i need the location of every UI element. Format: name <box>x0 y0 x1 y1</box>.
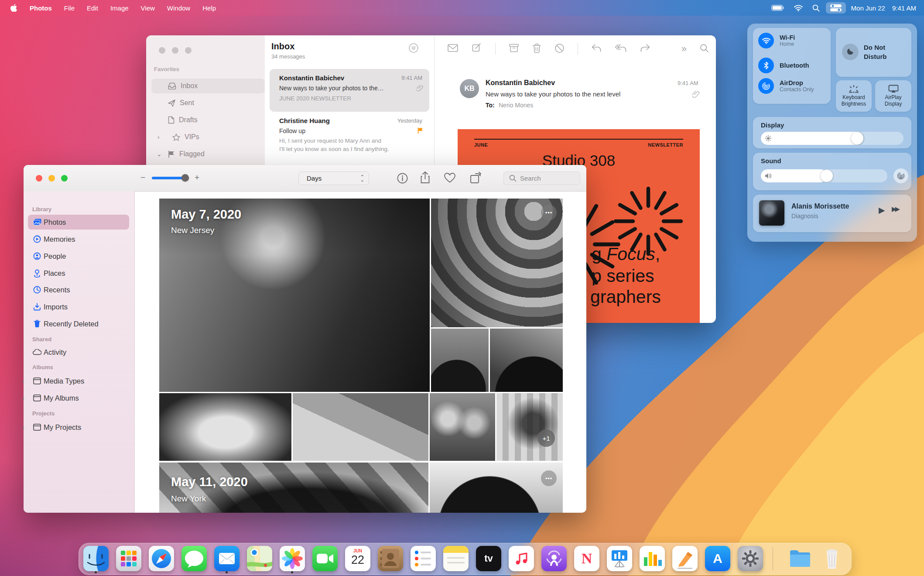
zoom-in-button[interactable]: + <box>195 173 199 182</box>
more-options-button[interactable]: ••• <box>541 205 557 220</box>
mail-sidebar-flagged[interactable]: ⌄ Flagged <box>151 147 265 161</box>
recipient[interactable]: Nerio Mones <box>499 102 533 109</box>
disclosure-chevron-icon[interactable]: › <box>20 394 26 402</box>
dock-icon-maps[interactable] <box>247 546 272 571</box>
dock-icon-finder[interactable] <box>83 546 109 571</box>
dock-icon-system-preferences[interactable] <box>738 546 763 571</box>
photo-tile[interactable]: +1 <box>496 393 563 461</box>
sidebar-item-imports[interactable]: Imports <box>28 299 129 314</box>
sidebar-item-media-types[interactable]: › Media Types <box>28 374 129 388</box>
mail-list-item[interactable]: Christine Huang Yesterday Follow up Hi, … <box>270 116 429 165</box>
photos-close-button[interactable] <box>36 175 42 182</box>
mail-list-item-selected[interactable]: Konstantin Babichev 9:41 AM New ways to … <box>270 69 429 112</box>
sidebar-item-photos[interactable]: Photos <box>28 215 129 230</box>
photos-search-field[interactable]: Search <box>503 171 580 185</box>
more-options-button[interactable]: ••• <box>541 470 557 486</box>
airplay-audio-button[interactable] <box>893 168 908 183</box>
vips-disclosure-icon[interactable]: › <box>157 134 160 141</box>
photo-tile[interactable]: ••• <box>431 199 563 327</box>
fast-forward-button[interactable]: ▶▶ <box>892 205 898 213</box>
photos-minimize-button[interactable] <box>48 175 55 182</box>
dock-icon-facetime[interactable] <box>312 546 338 571</box>
menu-file[interactable]: File <box>58 0 81 16</box>
sidebar-item-activity[interactable]: Activity <box>28 345 129 360</box>
overflow-badge[interactable]: +1 <box>537 429 555 447</box>
dock-icon-photos[interactable] <box>280 546 305 571</box>
dock-icon-messages[interactable] <box>181 546 207 571</box>
mail-sidebar-drafts[interactable]: Drafts <box>151 113 265 127</box>
disclosure-chevron-icon[interactable]: › <box>20 424 26 431</box>
menu-bar-time[interactable]: 9:41 AM <box>890 0 918 16</box>
mail-close-button[interactable] <box>159 47 165 54</box>
filter-icon[interactable] <box>408 42 419 55</box>
dock-icon-downloads-folder[interactable] <box>787 546 813 571</box>
reply-icon[interactable] <box>591 44 602 54</box>
mail-sidebar-sent[interactable]: Sent <box>151 96 265 110</box>
menu-edit[interactable]: Edit <box>81 0 104 16</box>
dock-icon-podcasts[interactable] <box>541 546 567 571</box>
sidebar-item-places[interactable]: Places <box>28 266 129 281</box>
dock-icon-music[interactable] <box>509 546 534 571</box>
photo-tile[interactable] <box>431 329 489 392</box>
bluetooth-toggle[interactable]: Bluetooth <box>758 58 809 73</box>
new-mailbox-icon[interactable] <box>447 43 459 55</box>
dock-icon-safari[interactable] <box>149 546 174 571</box>
slider-thumb[interactable] <box>181 174 189 182</box>
photo-tile[interactable] <box>293 393 428 461</box>
dock-icon-numbers[interactable] <box>640 546 665 571</box>
mail-minimize-button[interactable] <box>172 47 178 54</box>
trash-icon[interactable] <box>532 43 541 55</box>
info-icon[interactable] <box>397 172 408 186</box>
battery-icon[interactable] <box>768 0 788 16</box>
photo-tile[interactable] <box>430 393 495 461</box>
sidebar-item-people[interactable]: People <box>28 249 129 264</box>
photo-tile[interactable]: ••• <box>430 463 563 513</box>
sidebar-item-memories[interactable]: Memories <box>28 232 129 247</box>
mail-zoom-button[interactable] <box>185 47 192 54</box>
photo-tile[interactable]: May 11, 2020 New York <box>159 463 428 513</box>
mail-sidebar-inbox[interactable]: Inbox <box>151 79 265 93</box>
sidebar-item-my-projects[interactable]: › My Projects <box>28 420 129 435</box>
zoom-out-button[interactable]: − <box>140 173 145 182</box>
dock-icon-appstore[interactable]: A <box>705 546 730 571</box>
dock-icon-launchpad[interactable] <box>116 546 141 571</box>
dock-icon-mail[interactable] <box>214 546 240 571</box>
wifi-toggle[interactable]: Wi-Fi Home <box>758 33 795 48</box>
play-button[interactable]: ▶ <box>879 205 885 215</box>
view-mode-select[interactable]: Days ⌃⌄ <box>298 171 369 185</box>
photos-zoom-button[interactable] <box>61 175 68 182</box>
volume-slider[interactable] <box>761 169 887 182</box>
dnd-card[interactable]: Do Not Disturb <box>836 28 911 77</box>
menu-help[interactable]: Help <box>196 0 222 16</box>
junk-icon[interactable] <box>554 43 565 55</box>
display-brightness-slider[interactable] <box>761 132 903 145</box>
dock-icon-notes[interactable] <box>443 546 469 571</box>
menu-app-name[interactable]: Photos <box>24 0 58 16</box>
slider-knob[interactable] <box>821 170 833 182</box>
photo-tile[interactable] <box>490 329 563 392</box>
reply-all-icon[interactable] <box>615 44 627 54</box>
spotlight-search-icon[interactable] <box>809 0 823 16</box>
airplay-display-tile[interactable]: AirPlay Display <box>875 80 911 112</box>
dock-icon-trash[interactable] <box>819 546 845 571</box>
airdrop-toggle[interactable]: AirDrop Contacts Only <box>758 78 814 94</box>
dock-icon-news[interactable]: N <box>574 546 599 571</box>
disclosure-chevron-icon[interactable]: › <box>20 377 26 385</box>
forward-icon[interactable] <box>640 44 650 54</box>
share-icon[interactable] <box>420 171 431 186</box>
control-center-icon[interactable] <box>826 2 846 14</box>
dock-icon-contacts[interactable] <box>378 546 403 571</box>
menu-window[interactable]: Window <box>161 0 196 16</box>
keyboard-brightness-tile[interactable]: Keyboard Brightness <box>836 80 872 112</box>
thumbnail-size-slider[interactable] <box>152 177 189 179</box>
photo-tile[interactable] <box>159 393 291 461</box>
flagged-disclosure-icon[interactable]: ⌄ <box>157 151 162 158</box>
sidebar-item-recents[interactable]: Recents <box>28 282 129 297</box>
wifi-icon[interactable] <box>791 0 806 16</box>
favorite-heart-icon[interactable] <box>444 172 456 185</box>
dock-icon-keynote[interactable] <box>607 546 632 571</box>
dock-icon-pages[interactable] <box>672 546 698 571</box>
dock-icon-calendar[interactable]: JUN 22 <box>345 546 370 571</box>
mail-search-icon[interactable] <box>700 44 709 55</box>
album-art[interactable] <box>759 200 784 226</box>
